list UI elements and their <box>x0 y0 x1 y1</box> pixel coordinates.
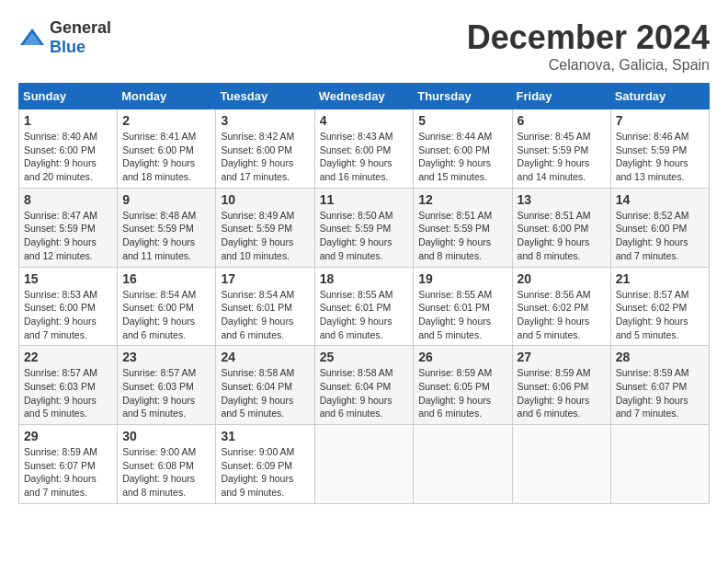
calendar-day-cell: 7 Sunrise: 8:46 AM Sunset: 5:59 PM Dayli… <box>610 109 709 189</box>
day-number: 17 <box>221 271 309 286</box>
calendar-day-cell: 20 Sunrise: 8:56 AM Sunset: 6:02 PM Dayl… <box>512 267 610 346</box>
calendar-day-cell: 9 Sunrise: 8:48 AM Sunset: 5:59 PM Dayli… <box>118 188 216 267</box>
day-info: Sunrise: 8:53 AM Sunset: 6:00 PM Dayligh… <box>24 288 112 342</box>
day-info: Sunrise: 8:51 AM Sunset: 6:00 PM Dayligh… <box>518 209 606 263</box>
day-number: 28 <box>616 350 704 364</box>
day-number: 31 <box>221 429 309 443</box>
day-number: 7 <box>616 113 704 128</box>
calendar-day-cell: 25 Sunrise: 8:58 AM Sunset: 6:04 PM Dayl… <box>314 346 414 425</box>
day-info: Sunrise: 8:46 AM Sunset: 5:59 PM Dayligh… <box>616 130 704 184</box>
day-number: 26 <box>418 350 506 364</box>
day-info: Sunrise: 8:42 AM Sunset: 6:00 PM Dayligh… <box>221 130 309 184</box>
day-info: Sunrise: 8:43 AM Sunset: 6:00 PM Dayligh… <box>320 130 409 184</box>
day-number: 27 <box>518 350 606 364</box>
calendar-table: SundayMondayTuesdayWednesdayThursdayFrid… <box>18 83 710 504</box>
day-number: 4 <box>320 113 409 128</box>
calendar-day-cell: 10 Sunrise: 8:49 AM Sunset: 5:59 PM Dayl… <box>216 188 314 267</box>
day-number: 21 <box>616 271 704 286</box>
day-number: 16 <box>122 271 210 286</box>
day-info: Sunrise: 8:59 AM Sunset: 6:07 PM Dayligh… <box>616 366 704 420</box>
day-info: Sunrise: 8:57 AM Sunset: 6:03 PM Dayligh… <box>24 366 112 420</box>
day-info: Sunrise: 8:48 AM Sunset: 5:59 PM Dayligh… <box>122 209 210 263</box>
day-info: Sunrise: 8:57 AM Sunset: 6:02 PM Dayligh… <box>616 288 704 342</box>
page-header: General Blue December 2024 Celanova, Gal… <box>18 18 710 74</box>
calendar-day-cell: 29 Sunrise: 8:59 AM Sunset: 6:07 PM Dayl… <box>19 425 118 504</box>
logo-text: General Blue <box>50 18 111 57</box>
calendar-day-cell <box>414 425 512 504</box>
day-info: Sunrise: 8:50 AM Sunset: 5:59 PM Dayligh… <box>320 209 409 263</box>
day-number: 5 <box>418 113 506 128</box>
day-info: Sunrise: 8:55 AM Sunset: 6:01 PM Dayligh… <box>320 288 409 342</box>
day-info: Sunrise: 8:58 AM Sunset: 6:04 PM Dayligh… <box>320 366 409 420</box>
day-info: Sunrise: 8:51 AM Sunset: 5:59 PM Dayligh… <box>418 209 506 263</box>
day-number: 6 <box>518 113 606 128</box>
location-title: Celanova, Galicia, Spain <box>467 57 710 74</box>
day-info: Sunrise: 8:40 AM Sunset: 6:00 PM Dayligh… <box>24 130 112 184</box>
day-info: Sunrise: 8:44 AM Sunset: 6:00 PM Dayligh… <box>418 130 506 184</box>
calendar-day-cell: 28 Sunrise: 8:59 AM Sunset: 6:07 PM Dayl… <box>610 346 709 425</box>
day-number: 11 <box>320 192 409 207</box>
calendar-day-cell: 11 Sunrise: 8:50 AM Sunset: 5:59 PM Dayl… <box>314 188 414 267</box>
calendar-day-cell: 30 Sunrise: 9:00 AM Sunset: 6:08 PM Dayl… <box>118 425 216 504</box>
day-number: 10 <box>221 192 309 207</box>
calendar-day-cell <box>314 425 414 504</box>
calendar-day-cell: 5 Sunrise: 8:44 AM Sunset: 6:00 PM Dayli… <box>414 109 512 189</box>
month-title: December 2024 <box>467 18 710 57</box>
day-number: 25 <box>320 350 409 364</box>
day-number: 9 <box>122 192 210 207</box>
day-number: 8 <box>24 192 112 207</box>
day-info: Sunrise: 8:58 AM Sunset: 6:04 PM Dayligh… <box>221 366 309 420</box>
day-number: 22 <box>24 350 112 364</box>
calendar-header-sunday: Sunday <box>19 84 118 109</box>
day-info: Sunrise: 8:45 AM Sunset: 5:59 PM Dayligh… <box>518 130 606 184</box>
logo: General Blue <box>18 18 111 57</box>
day-info: Sunrise: 8:55 AM Sunset: 6:01 PM Dayligh… <box>418 288 506 342</box>
day-info: Sunrise: 8:47 AM Sunset: 5:59 PM Dayligh… <box>24 209 112 263</box>
day-number: 15 <box>24 271 112 286</box>
day-number: 30 <box>122 429 210 443</box>
day-number: 19 <box>418 271 506 286</box>
calendar-day-cell: 14 Sunrise: 8:52 AM Sunset: 6:00 PM Dayl… <box>610 188 709 267</box>
day-info: Sunrise: 8:49 AM Sunset: 5:59 PM Dayligh… <box>221 209 309 263</box>
calendar-day-cell: 22 Sunrise: 8:57 AM Sunset: 6:03 PM Dayl… <box>19 346 118 425</box>
day-info: Sunrise: 8:59 AM Sunset: 6:07 PM Dayligh… <box>24 445 112 500</box>
calendar-header-tuesday: Tuesday <box>216 84 314 109</box>
calendar-day-cell: 23 Sunrise: 8:57 AM Sunset: 6:03 PM Dayl… <box>118 346 216 425</box>
calendar-day-cell: 26 Sunrise: 8:59 AM Sunset: 6:05 PM Dayl… <box>414 346 512 425</box>
calendar-day-cell: 1 Sunrise: 8:40 AM Sunset: 6:00 PM Dayli… <box>19 109 118 189</box>
calendar-day-cell: 2 Sunrise: 8:41 AM Sunset: 6:00 PM Dayli… <box>118 109 216 189</box>
calendar-day-cell: 19 Sunrise: 8:55 AM Sunset: 6:01 PM Dayl… <box>414 267 512 346</box>
calendar-week-row: 29 Sunrise: 8:59 AM Sunset: 6:07 PM Dayl… <box>19 425 710 504</box>
day-info: Sunrise: 9:00 AM Sunset: 6:09 PM Dayligh… <box>221 445 309 500</box>
calendar-week-row: 15 Sunrise: 8:53 AM Sunset: 6:00 PM Dayl… <box>19 267 710 346</box>
calendar-week-row: 8 Sunrise: 8:47 AM Sunset: 5:59 PM Dayli… <box>19 188 710 267</box>
day-info: Sunrise: 8:56 AM Sunset: 6:02 PM Dayligh… <box>518 288 606 342</box>
day-number: 23 <box>122 350 210 364</box>
title-block: December 2024 Celanova, Galicia, Spain <box>467 18 710 74</box>
day-info: Sunrise: 8:41 AM Sunset: 6:00 PM Dayligh… <box>122 130 210 184</box>
calendar-day-cell: 15 Sunrise: 8:53 AM Sunset: 6:00 PM Dayl… <box>19 267 118 346</box>
calendar-header-row: SundayMondayTuesdayWednesdayThursdayFrid… <box>19 84 710 109</box>
calendar-day-cell: 31 Sunrise: 9:00 AM Sunset: 6:09 PM Dayl… <box>216 425 314 504</box>
calendar-header-thursday: Thursday <box>414 84 512 109</box>
logo-blue: Blue <box>50 38 85 56</box>
calendar-day-cell: 8 Sunrise: 8:47 AM Sunset: 5:59 PM Dayli… <box>19 188 118 267</box>
day-number: 14 <box>616 192 704 207</box>
day-info: Sunrise: 8:57 AM Sunset: 6:03 PM Dayligh… <box>122 366 210 420</box>
day-number: 3 <box>221 113 309 128</box>
calendar-header-wednesday: Wednesday <box>314 84 414 109</box>
calendar-day-cell: 24 Sunrise: 8:58 AM Sunset: 6:04 PM Dayl… <box>216 346 314 425</box>
calendar-day-cell: 18 Sunrise: 8:55 AM Sunset: 6:01 PM Dayl… <box>314 267 414 346</box>
calendar-day-cell: 12 Sunrise: 8:51 AM Sunset: 5:59 PM Dayl… <box>414 188 512 267</box>
logo-icon <box>18 27 46 49</box>
day-number: 12 <box>418 192 506 207</box>
day-number: 18 <box>320 271 409 286</box>
calendar-day-cell: 4 Sunrise: 8:43 AM Sunset: 6:00 PM Dayli… <box>314 109 414 189</box>
day-info: Sunrise: 8:54 AM Sunset: 6:01 PM Dayligh… <box>221 288 309 342</box>
calendar-day-cell: 27 Sunrise: 8:59 AM Sunset: 6:06 PM Dayl… <box>512 346 610 425</box>
calendar-day-cell: 6 Sunrise: 8:45 AM Sunset: 5:59 PM Dayli… <box>512 109 610 189</box>
day-number: 29 <box>24 429 112 443</box>
day-info: Sunrise: 8:54 AM Sunset: 6:00 PM Dayligh… <box>122 288 210 342</box>
calendar-header-saturday: Saturday <box>610 84 709 109</box>
calendar-header-monday: Monday <box>118 84 216 109</box>
